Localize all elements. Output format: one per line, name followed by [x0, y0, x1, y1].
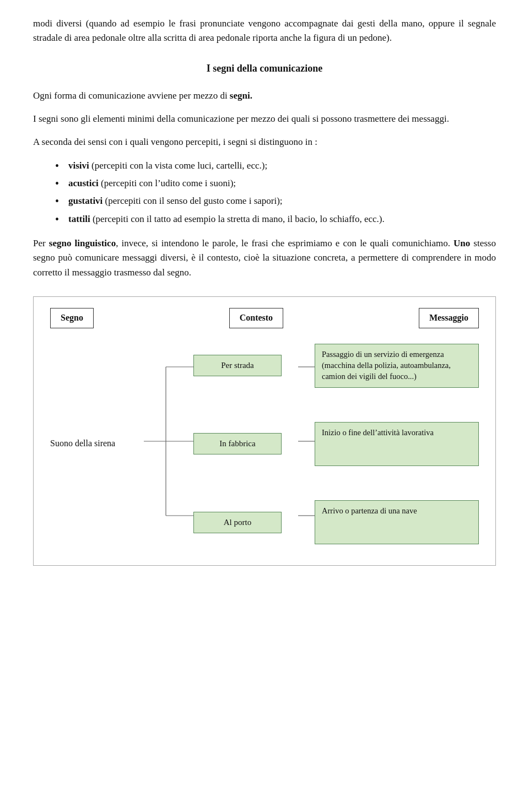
contesto-column: Per strada In fabbrica Al porto: [193, 339, 282, 549]
final-para-pre: Per: [33, 238, 49, 248]
list-item-bold: gustativi: [68, 196, 102, 206]
list-item-text: (percepiti con il senso del gusto come i…: [105, 196, 283, 206]
header-segno: Segno: [50, 308, 94, 328]
contesto-box-1: Per strada: [193, 355, 282, 376]
segno-label: Suono della sirena: [50, 437, 115, 451]
section-title: I segni della comunicazione: [33, 61, 496, 77]
para1-text: Ogni forma di comunicazione avviene per …: [33, 90, 230, 101]
intro-paragraph: modi diversi (quando ad esempio le frasi…: [33, 17, 496, 46]
lines-column: [144, 339, 193, 549]
header-messaggio: Messaggio: [419, 308, 479, 328]
messaggio-box-3: Arrivo o partenza di una nave: [315, 500, 479, 544]
list-item: tattili (percepiti con il tatto ad esemp…: [55, 212, 496, 226]
list-item: acustici (percepiti con l’udito come i s…: [55, 176, 496, 191]
list-item: visivi (percepiti con la vista come luci…: [55, 159, 496, 173]
list-item-bold: tattili: [68, 214, 90, 224]
list-item: gustativi (percepiti con il senso del gu…: [55, 194, 496, 208]
list-item-bold: visivi: [68, 160, 89, 171]
final-paragraph: Per segno linguistico, invece, si intend…: [33, 236, 496, 280]
list-item-text: (percepiti con la vista come luci, carte…: [91, 160, 267, 171]
diagram-container: Segno Contesto Messaggio Suono della sir…: [33, 296, 496, 566]
segno-column: Suono della sirena: [50, 339, 144, 549]
list-item-text: (percepiti con l’udito come i suoni);: [101, 178, 236, 188]
list-item-bold: acustici: [68, 178, 99, 188]
para2: I segni sono gli elementi minimi della c…: [33, 112, 496, 126]
list-item-text: (percepiti con il tatto ad esempio la st…: [93, 214, 385, 224]
diagram-lines2-svg: [298, 339, 315, 543]
diagram-lines-svg: [144, 339, 193, 543]
bullet-list: visivi (percepiti con la vista come luci…: [55, 159, 496, 226]
final-para-mid: , invece, si intendono le parole, le fra…: [116, 238, 454, 248]
header-contesto: Contesto: [229, 308, 283, 328]
messaggio-box-1: Passaggio di un servizio di emergenza (m…: [315, 344, 479, 388]
diagram-body: Suono della sirena Per strada In fabbric…: [50, 339, 479, 549]
messaggio-column: Passaggio di un servizio di emergenza (m…: [315, 339, 479, 549]
para1: Ogni forma di comunicazione avviene per …: [33, 89, 496, 103]
para1-bold: segni.: [230, 90, 252, 101]
para3: A seconda dei sensi con i quali vengono …: [33, 135, 496, 149]
messaggio-box-2: Inizio o fine dell’attività lavorativa: [315, 422, 479, 466]
diagram-header: Segno Contesto Messaggio: [50, 308, 479, 328]
contesto-box-3: Al porto: [193, 512, 282, 533]
final-para-bold2: Uno: [454, 238, 470, 248]
lines-column-2: [298, 339, 315, 549]
final-para-bold1: segno linguistico: [49, 238, 116, 248]
contesto-box-2: In fabbrica: [193, 433, 282, 454]
